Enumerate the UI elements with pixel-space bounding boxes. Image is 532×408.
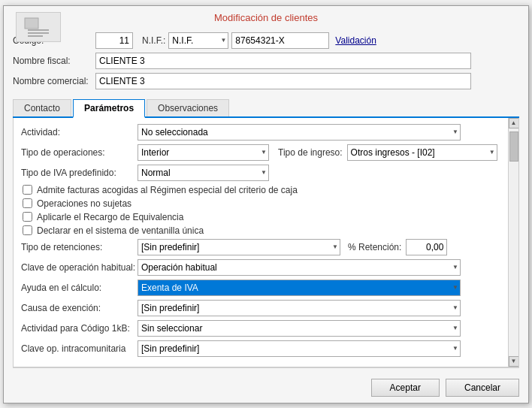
tipo-retenciones-label: Tipo de retenciones: [21, 242, 138, 252]
svg-rect-3 [28, 35, 43, 37]
nombre-fiscal-input[interactable] [95, 53, 471, 69]
scrollbar[interactable]: ▲ ▼ [508, 118, 518, 367]
tab-observaciones[interactable]: Observaciones [147, 99, 229, 116]
form-area: Código: N.I.F.: N.I.F. Validación Nombre… [4, 28, 528, 96]
clave-intracomunitaria-label: Clave op. intracomunitaria [21, 343, 138, 354]
cb3-row: Aplicarle el Recargo de Equivalencia [21, 212, 499, 222]
codigo-input[interactable] [95, 32, 133, 49]
tab-contacto[interactable]: Contacto [13, 99, 71, 116]
cancelar-button[interactable]: Cancelar [446, 379, 519, 397]
cb4-checkbox[interactable] [23, 225, 32, 235]
nombre-comercial-label: Nombre comercial: [13, 76, 95, 86]
retenciones-row: Tipo de retenciones: [Sin predefinir] % … [21, 239, 499, 255]
divider [13, 367, 519, 368]
tipo-iva-select[interactable]: Normal [138, 165, 269, 181]
cb3-checkbox[interactable] [23, 212, 32, 222]
tipo-operaciones-wrapper: Interior [138, 144, 269, 161]
ayuda-calculo-select[interactable]: Exenta de IVA [138, 280, 461, 296]
tipo-operaciones-label: Tipo de operaciones: [21, 147, 138, 158]
pct-retencion-input[interactable] [406, 239, 447, 255]
causa-exencion-label: Causa de exención: [21, 303, 138, 313]
pct-retencion-label: % Retención: [348, 242, 401, 252]
validacion-link[interactable]: Validación [335, 35, 376, 46]
tabs-bar: Contacto Parámetros Observaciones [13, 99, 519, 118]
svg-rect-0 [25, 18, 38, 29]
tipo-iva-row: Tipo de IVA predefinido: Normal [21, 165, 499, 181]
app-logo [16, 12, 61, 42]
actividad-label: Actividad: [21, 127, 138, 138]
codigo-row: Código: N.I.F.: N.I.F. Validación [13, 32, 519, 49]
actividad-select[interactable]: No seleccionada [138, 124, 461, 141]
tipo-retenciones-select[interactable]: [Sin predefinir] [138, 239, 340, 255]
clave-operacion-select[interactable]: Operación habitual [138, 259, 461, 276]
tipo-operaciones-row: Tipo de operaciones: Interior Tipo de in… [21, 144, 499, 161]
scrollbar-thumb[interactable] [509, 131, 518, 162]
cb1-row: Admite facturas acogidas al Régimen espe… [21, 185, 499, 195]
nif-value-input[interactable] [231, 32, 329, 49]
svg-rect-1 [28, 29, 49, 31]
cb1-label: Admite facturas acogidas al Régimen espe… [37, 185, 298, 195]
clave-operacion-row: Clave de operación habitual: Operación h… [21, 259, 499, 276]
aceptar-button[interactable]: Aceptar [371, 379, 440, 397]
actividad-wrapper: No seleccionada [138, 124, 461, 141]
nif-type-select[interactable]: N.I.F. [168, 32, 228, 49]
nombre-fiscal-row: Nombre fiscal: [13, 53, 519, 69]
dialog-title: Modificación de clientes [214, 6, 318, 28]
cb4-row: Declarar en el sistema de ventanilla úni… [21, 225, 499, 236]
tipo-ingreso-group: Tipo de ingreso: Otros ingresos - [I02] [278, 144, 497, 161]
actividad-1kb-wrapper: Sin seleccionar [138, 320, 461, 337]
scrollbar-down[interactable]: ▼ [509, 356, 519, 367]
causa-exencion-wrapper: [Sin predefinir] [138, 300, 461, 316]
causa-exencion-select[interactable]: [Sin predefinir] [138, 300, 461, 316]
title-row: Modificación de clientes [4, 6, 528, 28]
cb2-label: Operaciones no sujetas [37, 198, 131, 209]
nombre-comercial-input[interactable] [95, 73, 471, 89]
actividad-1kb-label: Actividad para Código 1kB: [21, 323, 138, 334]
actividad-1kb-row: Actividad para Código 1kB: Sin seleccion… [21, 320, 499, 337]
actividad-row: Actividad: No seleccionada [21, 124, 499, 141]
clave-intracomunitaria-row: Clave op. intracomunitaria [Sin predefin… [21, 340, 499, 357]
clave-intracomunitaria-select[interactable]: [Sin predefinir] [138, 340, 461, 357]
nombre-comercial-row: Nombre comercial: [13, 73, 519, 89]
dialog-window: Modificación de clientes Código: N.I.F.:… [3, 5, 529, 403]
tipo-ingreso-wrapper: Otros ingresos - [I02] [347, 144, 497, 161]
ayuda-calculo-label: Ayuda en el cálculo: [21, 283, 138, 293]
cb1-checkbox[interactable] [23, 185, 32, 195]
nif-label: N.I.F.: [142, 35, 165, 46]
scrollbar-up[interactable]: ▲ [509, 118, 519, 128]
cb2-row: Operaciones no sujetas [21, 198, 499, 209]
tipo-retenciones-wrapper: [Sin predefinir] [138, 239, 340, 255]
tipo-ingreso-select[interactable]: Otros ingresos - [I02] [347, 144, 497, 161]
cb3-label: Aplicarle el Recargo de Equivalencia [37, 212, 183, 222]
clave-intracomunitaria-wrapper: [Sin predefinir] [138, 340, 461, 357]
nif-type-wrapper: N.I.F. [168, 32, 228, 49]
nombre-fiscal-label: Nombre fiscal: [13, 56, 95, 66]
actividad-1kb-select[interactable]: Sin seleccionar [138, 320, 461, 337]
tipo-ingreso-label: Tipo de ingreso: [278, 147, 343, 158]
cb2-checkbox[interactable] [23, 198, 32, 208]
causa-exencion-row: Causa de exención: [Sin predefinir] [21, 300, 499, 316]
clave-operacion-wrapper: Operación habitual [138, 259, 461, 276]
tipo-operaciones-select[interactable]: Interior [138, 144, 269, 161]
tipo-iva-label: Tipo de IVA predefinido: [21, 168, 138, 178]
clave-operacion-label: Clave de operación habitual: [21, 262, 138, 273]
tipo-iva-wrapper: Normal [138, 165, 269, 181]
ayuda-calculo-wrapper: Exenta de IVA [138, 280, 461, 296]
tab-content: ▲ ▼ Actividad: No seleccionada Tipo de o… [13, 118, 519, 367]
svg-rect-2 [28, 32, 49, 34]
inner-content: Actividad: No seleccionada Tipo de opera… [21, 124, 511, 357]
button-row: Aceptar Cancelar [4, 373, 528, 403]
cb4-label: Declarar en el sistema de ventanilla úni… [37, 225, 204, 236]
ayuda-calculo-row: Ayuda en el cálculo: Exenta de IVA [21, 280, 499, 296]
tab-parametros[interactable]: Parámetros [73, 99, 145, 118]
